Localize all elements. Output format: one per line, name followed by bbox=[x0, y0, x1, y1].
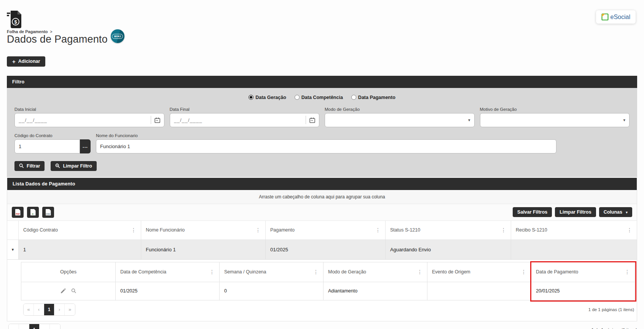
radio-unselected-icon bbox=[295, 95, 300, 100]
main-pager: « ‹ 1 › » bbox=[8, 324, 61, 329]
main-grid: Código Contrato ⋮ Nome Funcionário ⋮ Pag… bbox=[7, 221, 637, 321]
pager-first-button[interactable]: « bbox=[9, 324, 19, 329]
list-panel: Lista Dados de Pagamento Arraste um cabe… bbox=[7, 178, 637, 321]
svg-text:$: $ bbox=[14, 19, 17, 25]
payroll-document-icon: $ bbox=[7, 11, 22, 28]
view-search-icon[interactable] bbox=[71, 288, 77, 294]
detail-column-header-data-competencia[interactable]: Data de Competência ⋮ bbox=[116, 262, 220, 282]
modo-geracao-select[interactable]: ▾ bbox=[325, 113, 475, 127]
field-data-final: Data Final bbox=[170, 107, 320, 127]
radio-data-pagamento[interactable]: Data Pagamento bbox=[351, 95, 395, 100]
export-excel-button[interactable]: X bbox=[27, 207, 39, 218]
radio-selected-icon bbox=[249, 95, 253, 100]
pager-last-button[interactable]: » bbox=[50, 324, 60, 329]
detail-table-row: 01/2025 0 Adiantamento 20/01/2025 bbox=[21, 282, 634, 300]
esocial-label: eSocial bbox=[611, 14, 630, 21]
column-menu-icon[interactable]: ⋮ bbox=[313, 269, 319, 275]
limpar-filtros-button[interactable]: Limpar Filtros bbox=[555, 207, 596, 217]
edit-pencil-icon[interactable] bbox=[61, 288, 66, 294]
detail-cell-semana-quinzena: 0 bbox=[220, 282, 324, 300]
wiki-badge[interactable]: WIKI bbox=[111, 29, 124, 43]
calendar-icon[interactable] bbox=[151, 116, 160, 124]
detail-pagination: « ‹ 1 › » 1 de 1 páginas (1 itens) bbox=[23, 303, 634, 316]
pager-page-1[interactable]: 1 bbox=[29, 324, 40, 329]
data-final-input[interactable] bbox=[174, 117, 306, 123]
main-page-summary: 1 de 1 páginas (1 itens) bbox=[591, 327, 637, 329]
pager-last-button[interactable]: » bbox=[65, 304, 75, 315]
cell-nome-funcionario: Funcionário 1 bbox=[141, 240, 266, 260]
column-menu-icon[interactable]: ⋮ bbox=[625, 269, 630, 275]
column-menu-icon[interactable]: ⋮ bbox=[131, 227, 136, 233]
field-motivo-geracao: Motivo de Geração ▾ bbox=[480, 107, 630, 127]
pager-first-button[interactable]: « bbox=[24, 304, 34, 315]
filter-body: Data Geração Data Competência Data Pagam… bbox=[7, 88, 637, 177]
cell-pagamento: 01/2025 bbox=[266, 240, 386, 260]
column-menu-icon[interactable]: ⋮ bbox=[521, 269, 526, 275]
esocial-icon bbox=[601, 13, 609, 21]
radio-data-competencia[interactable]: Data Competência bbox=[295, 95, 343, 100]
column-menu-icon[interactable]: ⋮ bbox=[417, 269, 422, 275]
column-menu-icon[interactable]: ⋮ bbox=[255, 227, 261, 233]
codigo-contrato-input[interactable] bbox=[19, 144, 86, 149]
column-header-nome-funcionario[interactable]: Nome Funcionário ⋮ bbox=[141, 221, 266, 240]
export-pdf-button[interactable]: PDF bbox=[12, 207, 24, 218]
limpar-filtro-button[interactable]: Limpar Filtro bbox=[51, 161, 96, 171]
detail-column-header-evento-origem[interactable]: Evento de Origem ⋮ bbox=[427, 262, 531, 282]
excel-file-icon: X bbox=[30, 209, 36, 216]
colunas-dropdown-button[interactable]: Colunas ▾ bbox=[599, 207, 632, 217]
column-menu-icon[interactable]: ⋮ bbox=[375, 227, 381, 233]
detail-cell-evento-origem bbox=[427, 282, 531, 300]
detail-cell-modo-geracao: Adiantamento bbox=[324, 282, 427, 300]
group-drop-zone[interactable]: Arraste um cabeçalho de coluna aqui para… bbox=[7, 190, 637, 204]
main-pagination: « ‹ 1 › » 1 de 1 páginas (1 itens) bbox=[8, 324, 637, 329]
ellipsis-icon: ... bbox=[83, 143, 88, 149]
chevron-down-icon: ▾ bbox=[12, 247, 14, 252]
breadcrumb-chevron-icon: > bbox=[50, 30, 53, 34]
detail-grid: Opções Data de Competência ⋮ Semana / Qu… bbox=[21, 262, 635, 300]
plus-icon: + bbox=[12, 59, 16, 64]
filtrar-button[interactable]: Filtrar bbox=[14, 161, 45, 171]
pager-next-button[interactable]: › bbox=[54, 304, 65, 315]
chevron-down-icon: ▾ bbox=[626, 210, 628, 214]
column-header-status-s1210[interactable]: Status S-1210 ⋮ bbox=[386, 221, 511, 240]
nome-funcionario-input[interactable] bbox=[100, 144, 552, 149]
list-panel-title: Lista Dados de Pagamento bbox=[7, 178, 637, 190]
contract-lookup-button[interactable]: ... bbox=[80, 139, 91, 153]
column-menu-icon[interactable]: ⋮ bbox=[627, 227, 632, 233]
radio-data-geracao[interactable]: Data Geração bbox=[249, 95, 286, 100]
column-header-codigo-contrato[interactable]: Código Contrato ⋮ bbox=[19, 221, 141, 240]
pager-prev-button[interactable]: ‹ bbox=[34, 304, 44, 315]
pager-prev-button[interactable]: ‹ bbox=[19, 324, 29, 329]
radio-unselected-icon bbox=[351, 95, 356, 100]
chevron-down-icon: ▾ bbox=[468, 118, 470, 123]
add-button[interactable]: + Adicionar bbox=[7, 56, 45, 67]
motivo-geracao-select[interactable]: ▾ bbox=[480, 113, 630, 127]
calendar-icon[interactable] bbox=[306, 116, 315, 124]
data-inicial-input[interactable] bbox=[19, 117, 151, 123]
pager-next-button[interactable]: › bbox=[40, 324, 50, 329]
column-header-recibo-s1210[interactable]: Recibo S-1210 ⋮ bbox=[511, 221, 637, 240]
row-expand-button[interactable]: ▾ bbox=[7, 240, 19, 260]
salvar-filtros-button[interactable]: Salvar Filtros bbox=[513, 207, 552, 217]
field-data-inicial: Data Inicial bbox=[14, 107, 164, 127]
detail-cell-data-competencia: 01/2025 bbox=[116, 282, 220, 300]
row-detail-area: Opções Data de Competência ⋮ Semana / Qu… bbox=[7, 260, 637, 321]
wiki-badge-label: WIKI bbox=[112, 34, 123, 39]
field-modo-geracao: Modo de Geração ▾ bbox=[325, 107, 475, 127]
page-header: $ Folha de Pagamento > Dados de Pagament… bbox=[0, 0, 644, 45]
export-csv-button[interactable]: CSV bbox=[42, 207, 54, 218]
column-menu-icon[interactable]: ⋮ bbox=[501, 227, 506, 233]
detail-column-header-data-pagamento[interactable]: Data de Pagamento ⋮ bbox=[531, 262, 634, 282]
table-row: ▾ 1 Funcionário 1 01/2025 Aguardando Env… bbox=[7, 240, 637, 260]
column-menu-icon[interactable]: ⋮ bbox=[209, 269, 215, 275]
detail-cell-opcoes bbox=[21, 282, 116, 300]
detail-column-header-semana-quinzena[interactable]: Semana / Quinzena ⋮ bbox=[220, 262, 324, 282]
cell-status-s1210: Aguardando Envio bbox=[386, 240, 511, 260]
column-header-pagamento[interactable]: Pagamento ⋮ bbox=[266, 221, 386, 240]
expand-column-header bbox=[7, 221, 19, 240]
detail-column-header-modo-geracao[interactable]: Modo de Geração ⋮ bbox=[324, 262, 427, 282]
pager-page-1[interactable]: 1 bbox=[44, 304, 54, 315]
page: $ Folha de Pagamento > Dados de Pagament… bbox=[0, 0, 644, 329]
field-codigo-contrato: Código do Contrato ... bbox=[14, 133, 91, 153]
date-type-radio-group: Data Geração Data Competência Data Pagam… bbox=[14, 93, 630, 101]
